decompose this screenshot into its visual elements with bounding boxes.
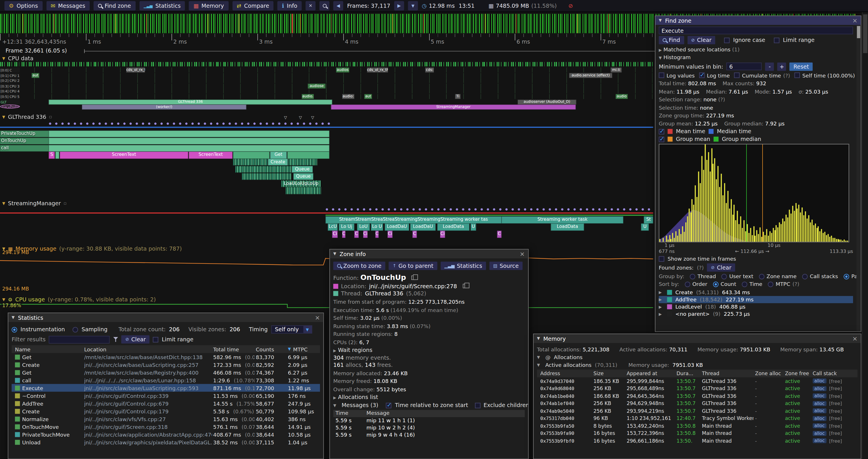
- glthread-section-header[interactable]: ▼ GLThread 336 ▫: [2, 114, 52, 120]
- allocation-row[interactable]: 0x74a9d37040186.35 KB295,999,844ns13:50.…: [537, 377, 857, 385]
- cpu-zone[interactable]: cds_ol_rx_threa: [367, 67, 388, 72]
- column-header-zone-alloc[interactable]: Zone alloc: [755, 369, 783, 377]
- cpu-zone[interactable]: Ti: [455, 94, 460, 99]
- timeline-zone[interactable]: Queue: [293, 173, 313, 180]
- memory-usage-header[interactable]: ▼ ▦ Memory usage (y-range: 30.88 KB, vis…: [2, 246, 182, 252]
- cpu-zone[interactable]: (worker/): [82, 105, 246, 110]
- timeline-zone[interactable]: ScreenText: [189, 152, 232, 159]
- location-value[interactable]: jni/../jni/src/guif/Screen.cpp:278: [369, 283, 457, 289]
- radio-zone-name[interactable]: [759, 273, 764, 279]
- radio-thread[interactable]: [690, 273, 695, 279]
- ghost-zones-icon[interactable]: ▫: [63, 201, 66, 206]
- timeline-zone[interactable]: St: [644, 217, 653, 223]
- timeline-zone[interactable]: Ci: [388, 231, 392, 238]
- allocation-row[interactable]: 0x7553b9fa9016 bytes153,722,396ns13:50.8…: [537, 430, 857, 437]
- timeline-zone[interactable]: [287, 152, 329, 159]
- close-icon[interactable]: ×: [852, 17, 858, 24]
- timeline-zone[interactable]: [235, 166, 291, 172]
- cpu-zone[interactable]: audio:: [342, 94, 354, 99]
- scrollbar-thumb[interactable]: [863, 14, 867, 53]
- timeline-zone[interactable]: U: [470, 224, 476, 230]
- message-dots[interactable]: [49, 122, 332, 125]
- timeline-zone[interactable]: [242, 173, 291, 180]
- statistics-button[interactable]: ▁▃▅Statistics: [441, 262, 486, 270]
- prev-frame-button[interactable]: ◀: [333, 1, 343, 11]
- table-row[interactable]: Get/mnt/e/claw/src/claw/base/Registry.hp…: [11, 368, 320, 376]
- timeline-zone[interactable]: [285, 187, 321, 194]
- cumulate-time-checkbox[interactable]: [734, 72, 740, 78]
- filter-input[interactable]: [49, 335, 110, 343]
- alloc-callstack-button[interactable]: alloc: [812, 431, 826, 436]
- memory-titlebar[interactable]: ▼ Memory ×: [534, 334, 861, 343]
- column-header-call-stack[interactable]: Call stack: [812, 369, 861, 377]
- scrollbar-thumb[interactable]: [857, 26, 860, 38]
- table-row[interactable]: calljni/../jni/../../../src/claw/base/Lu…: [11, 376, 320, 384]
- timeline-zone[interactable]: ScreenText: [60, 152, 188, 159]
- legend-checkbox[interactable]: [659, 129, 664, 134]
- timeline-zone[interactable]: [49, 138, 330, 144]
- timeline-zone[interactable]: C: [342, 231, 345, 238]
- column-header-thread[interactable]: Thread: [702, 369, 753, 377]
- column-header-address[interactable]: Address: [540, 369, 592, 377]
- column-header-dura-[interactable]: Dura...: [676, 369, 700, 377]
- radio-order[interactable]: [684, 281, 690, 287]
- help-icon[interactable]: (?): [697, 264, 704, 270]
- table-row[interactable]: AddTreejni/../jni/src/guif/Control.cpp:6…: [11, 400, 320, 407]
- message-dots[interactable]: [326, 208, 650, 211]
- timeline-zone[interactable]: Ci: [440, 231, 445, 238]
- radio-count[interactable]: [713, 281, 718, 287]
- scrollbar[interactable]: [862, 12, 868, 459]
- column-header-name[interactable]: Name: [15, 345, 83, 353]
- found-zone-group[interactable]: ▶Create(54,131)643.34 ms: [659, 289, 853, 296]
- cpu-zone[interactable]: audiose: [308, 84, 326, 89]
- allocation-row[interactable]: 0x75317db04096 KB1:10 234,952,16112:40.7…: [537, 415, 857, 422]
- allocations-list-expander[interactable]: ▶ Allocations list: [333, 394, 525, 400]
- cpu-zone[interactable]: audio.service (effect): [569, 73, 612, 78]
- timeline-zone[interactable]: [49, 131, 330, 137]
- memory-usage-plot[interactable]: [0, 252, 653, 292]
- source-button[interactable]: ▤Source: [490, 262, 523, 270]
- column-header-appeared-at[interactable]: Appeared at: [627, 369, 675, 377]
- timeline-zone[interactable]: Lo U: [371, 224, 383, 230]
- info-button[interactable]: ℹInfo: [277, 1, 302, 11]
- tools-button[interactable]: ✕: [306, 1, 316, 11]
- column-header-size[interactable]: Size: [593, 369, 625, 377]
- alloc-callstack-button[interactable]: alloc: [812, 416, 826, 421]
- minus-button[interactable]: -: [765, 62, 774, 71]
- memory-button[interactable]: ▦Memory: [189, 1, 228, 11]
- plus-button[interactable]: +: [777, 62, 786, 71]
- table-row[interactable]: Createjni/../jni/src/claw/base/LuaScript…: [11, 361, 320, 368]
- alloc-callstack-button[interactable]: alloc: [812, 408, 826, 413]
- allocation-row[interactable]: 0x74a9d68040256 KB295,668,489ns13:50.7GL…: [537, 385, 857, 392]
- radio-call-stacks[interactable]: [802, 273, 808, 279]
- find-button[interactable]: Find: [659, 36, 684, 44]
- message-row[interactable]: 5.59 smip 9 w 4 h 4 (16): [333, 431, 525, 438]
- matched-locations-expander[interactable]: ▶ Matched source locations (1): [659, 46, 853, 52]
- timeline-zone[interactable]: Create: [268, 159, 288, 165]
- clear-found-button[interactable]: ⊘Clear: [707, 263, 735, 271]
- close-icon[interactable]: ×: [520, 250, 525, 258]
- timeline-zone[interactable]: C: [497, 231, 501, 238]
- reset-button[interactable]: Reset: [789, 62, 813, 71]
- min-bin-input[interactable]: [726, 63, 762, 70]
- timeline-zone[interactable]: LoadDaU: [410, 224, 436, 230]
- time-relative-checkbox[interactable]: [386, 402, 392, 408]
- column-header-total-time[interactable]: Total time: [213, 345, 255, 353]
- timeline-zone[interactable]: StreamStreamStreaStreaStreamingStreaming…: [326, 217, 501, 223]
- allocations-header[interactable]: AddressSizeAppeared atDura...ThreadZone …: [537, 369, 857, 377]
- table-row[interactable]: Createjni/../jni/src/guif/Control.cpp:17…: [11, 407, 320, 415]
- allocation-row[interactable]: 0x74ab9e5040256 KB293,994,219ns13:50.7GL…: [537, 407, 857, 415]
- cpu-zone[interactable]: GLThread 336: [49, 99, 332, 104]
- column-header-counts[interactable]: Counts: [256, 345, 287, 353]
- cpu-zone[interactable]: cds:: [425, 67, 434, 72]
- exclude-children-checkbox[interactable]: [475, 402, 480, 408]
- messages-header[interactable]: Time Message: [333, 410, 525, 417]
- cpu-zone[interactable]: audios: [336, 67, 349, 72]
- cpu-zone[interactable]: cds_ol_rx_thr: [126, 67, 145, 72]
- find-zone-titlebar[interactable]: ▼ Find zone ×: [655, 16, 861, 25]
- timeline-zone[interactable]: C: [354, 231, 359, 238]
- messages-button[interactable]: ✉Messages: [46, 1, 90, 11]
- allocation-row[interactable]: 0x7553b9fbf016 bytes296,661,186ns13:50.M…: [537, 437, 857, 445]
- cpu-zone[interactable]: StreamingManager: [331, 105, 576, 110]
- found-zone-group[interactable]: ▶LoadLevel(18)406.88 µs: [659, 303, 853, 310]
